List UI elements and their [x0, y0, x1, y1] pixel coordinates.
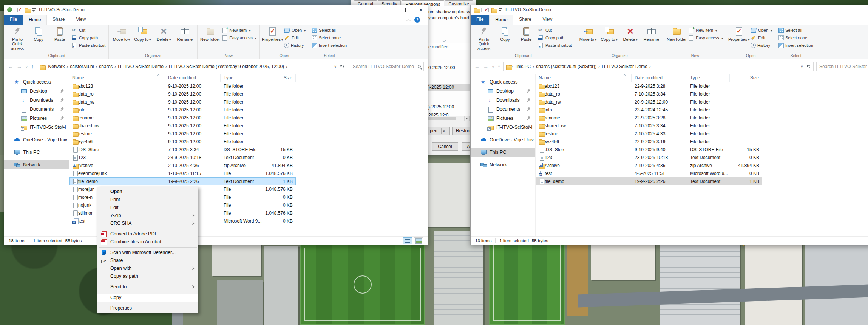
breadcrumb-segment[interactable]: This PC	[513, 64, 533, 69]
ribbon-tab[interactable]: Home	[23, 15, 47, 25]
context-menu-item[interactable]	[99, 229, 197, 229]
select-none-button[interactable]: Select none	[778, 34, 813, 41]
breadcrumb-segment[interactable]: shares	[97, 64, 114, 69]
file-row[interactable]: data_rw 20-9-2025 12:00 File folder	[536, 98, 762, 106]
recent-locations-icon[interactable]: ∨	[492, 65, 494, 69]
details-view-button[interactable]	[403, 237, 412, 244]
minimize-button[interactable]	[387, 5, 400, 15]
context-menu-item[interactable]	[99, 247, 197, 248]
title-bar[interactable]: IT-ITVO-SciStor-Demo	[4, 5, 428, 15]
breadcrumb-segment[interactable]: IT-ITVO-SciStor-Demo	[116, 64, 165, 69]
context-menu-item[interactable]: Convert to Adobe PDF	[97, 230, 198, 238]
file-row[interactable]: abc123 22-9-2025 3:28 File folder	[536, 82, 762, 90]
file-row[interactable]: Archive 2-10-2025 4:36 zip Archive 41.89…	[536, 161, 762, 169]
sidebar-item[interactable]: IT-ITVO-SciStor-I	[4, 123, 69, 132]
sidebar-item[interactable]: OneDrive - Vrije Univ	[471, 135, 535, 144]
file-row[interactable]: data_ro 7-10-2025 3:34 File folder	[536, 90, 762, 98]
sidebar-item[interactable]: Pictures	[4, 114, 69, 123]
history-button[interactable]: History	[284, 42, 306, 48]
customize-toolbar-icon[interactable]	[32, 8, 36, 12]
scrollbar-arrow-icon[interactable]	[464, 116, 469, 121]
easy-access-button[interactable]: Easy access	[688, 34, 723, 41]
breadcrumb-segment[interactable]: scistor.vu.nl	[69, 64, 96, 69]
select-none-button[interactable]: Select none	[312, 34, 347, 41]
context-menu-item[interactable]: Send to	[97, 283, 198, 291]
context-menu-item[interactable]: Share	[97, 257, 198, 265]
address-dropdown-icon[interactable]: ∨	[800, 65, 803, 68]
folder-qat-icon[interactable]	[491, 7, 496, 12]
sidebar-item[interactable]: Downloads	[4, 96, 69, 105]
context-menu-item[interactable]: Copy as path	[97, 272, 198, 280]
file-row[interactable]: 123 23-9-2025 10:18 Text Document 0 KB	[69, 153, 296, 161]
pin-to-quick-access-button[interactable]: Pin to Quick access	[7, 25, 28, 53]
ribbon-tab[interactable]: View	[537, 15, 558, 25]
help-icon[interactable]	[414, 17, 420, 23]
sidebar-item[interactable]: This PC	[471, 148, 535, 157]
back-button[interactable]: ←	[8, 63, 13, 70]
move-to-button[interactable]: Move to	[577, 25, 598, 53]
file-row[interactable]: xyz456 9-10-2025 12:00 File folder	[69, 138, 296, 145]
select-all-button[interactable]: Select all	[312, 27, 347, 33]
refresh-icon[interactable]	[340, 65, 344, 68]
sidebar-item[interactable]: Desktop	[4, 87, 69, 96]
ribbon-tab[interactable]: Share	[513, 15, 537, 25]
column-header[interactable]: Name	[69, 74, 165, 82]
copy-button[interactable]: Copy	[494, 25, 516, 53]
rename-button[interactable]: Rename	[641, 25, 662, 53]
dialog-open-button[interactable]: pen	[425, 127, 450, 135]
file-row[interactable]: .DS_Store 7-10-2025 3:34 DS_STORE File 1…	[69, 145, 296, 153]
large-icons-view-button[interactable]	[414, 237, 423, 244]
rename-button[interactable]: Rename	[174, 25, 195, 53]
back-button[interactable]: ←	[474, 63, 480, 70]
copy-path-button[interactable]: Copy path	[538, 34, 572, 41]
sidebar-item[interactable]: This PC	[4, 148, 69, 157]
properties-qat-icon[interactable]	[484, 8, 489, 12]
breadcrumb[interactable]: Networkscistor.vu.nlsharesIT-ITVO-SciSto…	[37, 62, 347, 71]
refresh-icon[interactable]	[806, 65, 810, 68]
new-item-button[interactable]: New item	[222, 27, 256, 33]
context-menu-item[interactable]: Open	[97, 188, 198, 196]
forward-button[interactable]: →	[17, 63, 22, 70]
search-input[interactable]: Search IT-ITVO-SciStor-Demo	[350, 62, 424, 71]
file-row[interactable]: test 4-6-2025 11:51 Microsoft Word 9... …	[536, 169, 762, 177]
copy-button[interactable]: Copy	[28, 25, 49, 53]
paste-shortcut-button[interactable]: Paste shortcut	[538, 42, 572, 48]
new-folder-button[interactable]: New folder	[199, 25, 221, 53]
context-menu-item[interactable]: Properties	[97, 304, 198, 312]
breadcrumb-segment[interactable]: IT-ITVO-SciStor-Demo	[600, 64, 649, 69]
folder-qat-icon[interactable]	[25, 7, 30, 12]
address-dropdown-icon[interactable]: ∨	[334, 65, 337, 68]
sidebar-item[interactable]: Documents	[471, 105, 535, 114]
forward-button[interactable]: →	[483, 63, 488, 70]
breadcrumb-segment[interactable]: shares (scistor.vu.nl (SciStor))	[534, 64, 598, 69]
file-row[interactable]: data_ro 9-10-2025 12:00 File folder	[69, 90, 296, 98]
breadcrumb[interactable]: This PCshares (scistor.vu.nl (SciStor))I…	[503, 62, 814, 71]
ribbon-tab[interactable]: File	[471, 15, 489, 25]
context-menu-item[interactable]	[99, 303, 197, 303]
select-all-button[interactable]: Select all	[778, 27, 813, 33]
file-row[interactable]: rename 9-10-2025 12:00 File folder	[69, 114, 296, 122]
context-menu-item[interactable]	[99, 282, 197, 282]
copy-path-button[interactable]: Copy path	[71, 34, 105, 41]
file-row[interactable]: data_rw 9-10-2025 12:00 File folder	[69, 98, 296, 106]
sidebar-item[interactable]: OneDrive - Vrije Univ	[4, 135, 69, 144]
sidebar-item[interactable]: Quick access	[4, 77, 69, 87]
context-menu-item[interactable]: Open with	[97, 265, 198, 272]
context-menu-item[interactable]: Copy	[97, 294, 198, 302]
sidebar-item[interactable]: Desktop	[471, 87, 535, 96]
file-row[interactable]: file_demo 19-9-2025 2:26 Text Document 1…	[536, 177, 762, 185]
collapse-ribbon-icon[interactable]	[407, 19, 411, 23]
properties-qat-icon[interactable]	[17, 8, 22, 12]
file-row[interactable]: abc123 9-10-2025 12:00 File folder	[69, 82, 296, 90]
sidebar-item[interactable]: Pictures	[471, 114, 535, 123]
file-row[interactable]: file_demo 19-9-2025 2:26 Text Document 1…	[69, 177, 296, 185]
invert-selection-button[interactable]: Invert selection	[778, 42, 813, 48]
file-row[interactable]: testme 9-10-2025 12:00 File folder	[69, 130, 296, 138]
cut-button[interactable]: Cut	[538, 27, 572, 33]
new-folder-button[interactable]: New folder	[666, 25, 687, 53]
pin-to-quick-access-button[interactable]: Pin to Quick access	[473, 25, 494, 53]
ribbon-tab[interactable]: Home	[489, 15, 513, 25]
paste-shortcut-button[interactable]: Paste shortcut	[71, 42, 105, 48]
file-row[interactable]: 123 23-9-2025 10:18 Text Document 0 KB	[536, 153, 762, 161]
paste-button[interactable]: Paste	[49, 25, 70, 53]
